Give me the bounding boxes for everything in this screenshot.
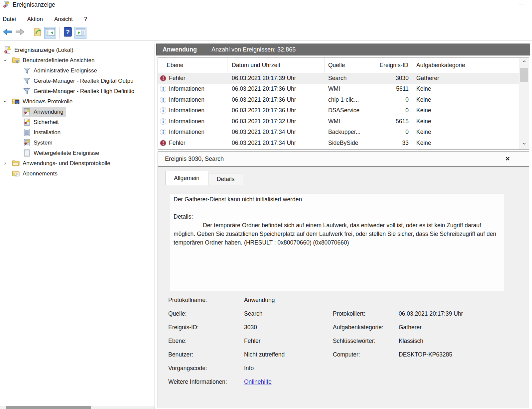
field-value: DESKTOP-KP63285	[399, 351, 452, 358]
cell-date: 06.03.2021 20:17:36 Uhr	[227, 105, 325, 116]
info-level-icon	[160, 118, 167, 125]
tree-item-label: Weitergeleitete Ereignisse	[34, 150, 99, 156]
forward-button[interactable]	[14, 27, 26, 39]
toolbar: ?	[0, 25, 532, 41]
filter-icon	[23, 67, 31, 75]
field-value: Search	[244, 310, 262, 317]
cell-date: 06.03.2021 20:17:34 Uhr	[227, 127, 325, 138]
field-row-ebene: Ebene:Fehler	[168, 337, 328, 350]
field-row-ereignis-id: Ereignis-ID:3030	[168, 323, 328, 337]
folder-monitor-icon	[12, 98, 20, 106]
scroll-down-icon[interactable]	[519, 140, 529, 149]
help-button[interactable]: ?	[62, 27, 74, 39]
scroll-up-icon[interactable]	[519, 58, 529, 66]
main-pane: Anwendung Anzahl von Ereignissen: 32.865…	[156, 44, 530, 409]
menu-datei[interactable]: Datei	[3, 15, 20, 24]
table-row-event-0[interactable]: Informationen06.03.2021 20:17:36 UhrDSAS…	[158, 105, 519, 116]
tree-item-administrative-ereignisse[interactable]: Administrative Ereignisse	[0, 65, 155, 76]
tree-item-geräte-manager-realtek-high-definitio[interactable]: Geräte-Manager - Realtek High Definitio	[0, 86, 155, 96]
cell-date: 06.03.2021 20:17:36 Uhr	[227, 84, 325, 95]
tree-horizontal-scrollbar[interactable]	[0, 406, 155, 409]
column-header-quelle[interactable]: Quelle	[325, 57, 370, 73]
table-vertical-scrollbar[interactable]	[519, 58, 529, 149]
cell-source: WMI	[325, 84, 370, 95]
message-line1: Der Gatherer-Dienst kann nicht initialis…	[174, 195, 500, 204]
window-title: Ereignisanzeige	[13, 0, 55, 10]
back-button[interactable]	[1, 27, 13, 39]
console-tree: Ereignisanzeige (Lokal)Benutzerdefiniert…	[0, 44, 155, 179]
tree-item-sicherheit[interactable]: Sicherheit	[0, 117, 155, 127]
cell-level: Informationen	[169, 107, 204, 114]
tree-item-system[interactable]: System	[0, 138, 155, 148]
tree-item-installation[interactable]: Installation	[0, 127, 155, 138]
tree-item-windows-protokolle[interactable]: Windows-Protokolle	[0, 96, 155, 107]
field-value: Gatherer	[399, 324, 422, 331]
tree-item-label: Geräte-Manager - Realtek High Definitio	[34, 88, 134, 95]
chevron-right-icon[interactable]	[3, 161, 11, 166]
table-row-event-5611[interactable]: Informationen06.03.2021 20:17:36 UhrWMI5…	[158, 84, 519, 95]
table-row-event-33[interactable]: Fehler06.03.2021 20:17:34 UhrSideBySide3…	[158, 138, 519, 149]
table-body: Fehler06.03.2021 20:17:39 UhrSearch3030G…	[158, 73, 519, 149]
log-alert-icon	[23, 139, 31, 147]
field-label: Quelle:	[168, 310, 244, 317]
message-body: Der temporäre Ordner befindet sich auf e…	[174, 221, 500, 247]
menu-ansicht[interactable]: Ansicht	[54, 15, 77, 24]
field-row-computer: Computer:DESKTOP-KP63285	[333, 350, 524, 364]
tab-details[interactable]: Details	[208, 173, 243, 185]
tree-item-anwendungs-und-dienstprotokolle[interactable]: Anwendungs- und Dienstprotokolle	[0, 158, 155, 168]
chevron-down-icon	[522, 141, 527, 148]
toolbar-separator	[59, 27, 60, 39]
scrollbar-thumb[interactable]	[520, 68, 528, 82]
scrollbar-thumb[interactable]	[6, 406, 91, 409]
column-header-aufgabenkategorie[interactable]: Aufgabenkategorie	[412, 57, 519, 73]
menu-hilfe[interactable]: ?	[84, 15, 91, 24]
chevron-down-icon[interactable]	[3, 58, 11, 63]
details-tabs: Allgemein Details	[165, 170, 243, 185]
tree-item-anwendung[interactable]: Anwendung	[0, 107, 155, 117]
tab-content-area: Der Gatherer-Dienst kann nicht initialis…	[158, 185, 529, 408]
help-question-icon: ?	[63, 27, 73, 39]
tree-item-weitergeleitete-ereignisse[interactable]: Weitergeleitete Ereignisse	[0, 148, 155, 158]
field-value: 3030	[244, 324, 257, 331]
tree-item-geräte-manager-realtek-digital-outpu[interactable]: Geräte-Manager - Realtek Digital Outpu	[0, 76, 155, 86]
field-row-weitere-informationen: Weitere Informationen:Onlinehilfe	[168, 377, 328, 391]
cell-event-id: 33	[370, 138, 412, 149]
table-row-event-5615[interactable]: Informationen06.03.2021 20:17:32 UhrWMI5…	[158, 116, 519, 127]
column-header-datum[interactable]: Datum und Uhrzeit	[227, 57, 325, 73]
log-icon	[23, 149, 31, 157]
tree-item-ereignisanzeige-lokal[interactable]: Ereignisanzeige (Lokal)	[0, 45, 155, 55]
column-header-ebene[interactable]: Ebene	[158, 57, 227, 73]
open-saved-log-button[interactable]	[32, 27, 44, 39]
cell-category: Keine	[412, 84, 519, 95]
column-header-ereignis-id[interactable]: Ereignis-ID	[370, 57, 412, 73]
field-row-aufgabenkategorie: Aufgabenkategorie:Gatherer	[333, 323, 524, 337]
tree-item-abonnements[interactable]: Abonnements	[0, 168, 155, 179]
online-help-link[interactable]: Onlinehilfe	[244, 378, 272, 385]
info-level-icon	[160, 107, 167, 114]
menu-bar: Datei Aktion Ansicht ?	[0, 14, 98, 25]
chevron-down-icon[interactable]	[3, 99, 11, 104]
toggle-action-pane-button[interactable]	[74, 27, 86, 39]
tab-allgemein[interactable]: Allgemein	[165, 171, 208, 185]
info-level-icon	[160, 96, 167, 103]
event-message-box[interactable]: Der Gatherer-Dienst kann nicht initialis…	[170, 193, 504, 291]
console-tree-panel: Ereignisanzeige (Lokal)Benutzerdefiniert…	[0, 44, 155, 409]
minimize-button[interactable]	[517, 2, 525, 8]
table-row-event-0[interactable]: Informationen06.03.2021 20:17:36 Uhrchip…	[158, 94, 519, 105]
log-title: Anwendung	[163, 46, 197, 53]
field-value: Anwendung	[244, 297, 275, 304]
tree-item-label: System	[34, 140, 53, 146]
close-details-button[interactable]: ✕	[505, 155, 510, 163]
table-row-event-3030[interactable]: Fehler06.03.2021 20:17:39 UhrSearch3030G…	[158, 73, 519, 84]
menu-aktion[interactable]: Aktion	[27, 15, 47, 24]
tree-item-benutzerdefinierte-ansichten[interactable]: Benutzerdefinierte Ansichten	[0, 55, 155, 65]
blank-line	[174, 204, 500, 212]
toggle-console-tree-button[interactable]	[44, 27, 56, 39]
details-separator	[158, 166, 529, 167]
action-pane-window-icon	[75, 27, 85, 39]
error-level-icon	[160, 140, 167, 147]
table-row-event-0[interactable]: Informationen06.03.2021 20:17:34 UhrBack…	[158, 127, 519, 138]
cell-event-id: 0	[370, 127, 412, 138]
details-title: Ereignis 3030, Search	[165, 152, 224, 166]
console-tree-window-icon	[45, 27, 55, 39]
